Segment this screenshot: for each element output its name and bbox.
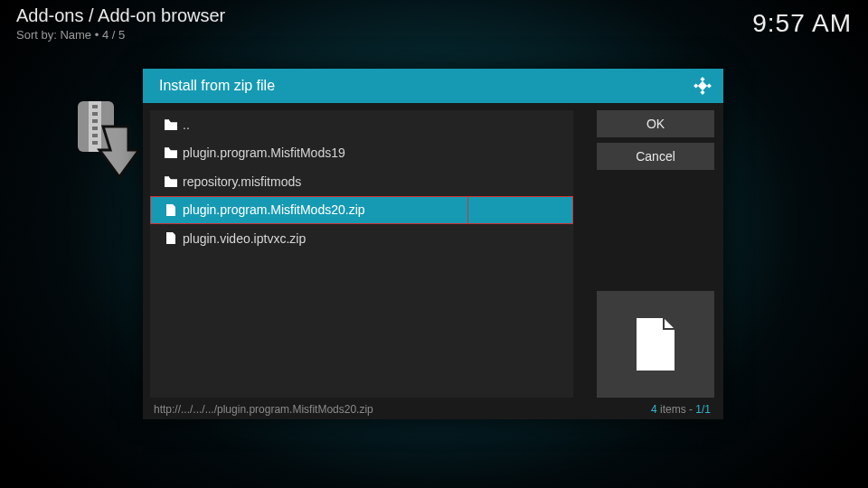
clock: 9:57 AM [752,9,852,42]
item-count-page: 1/1 [695,403,711,416]
dialog-title-text: Install from zip file [159,78,275,94]
item-count-number: 4 [651,403,657,416]
svg-rect-12 [698,81,707,90]
file-row-label: plugin.program.MisfitMods19 [183,145,345,160]
file-row-4[interactable]: plugin.video.iptvxc.zip [150,224,573,253]
folder-icon [159,146,183,159]
file-thumbnail [597,291,714,398]
sort-position: 4 / 5 [102,28,125,42]
file-row-label: plugin.program.MisfitMods20.zip [183,202,365,217]
svg-rect-10 [707,83,712,88]
dialog-titlebar: Install from zip file [143,69,723,103]
svg-rect-9 [693,83,698,88]
item-count: 4 items - 1/1 [651,403,711,416]
sort-sep: • [91,28,102,42]
svg-rect-14 [165,147,169,149]
install-zip-dialog: Install from zip file ..plugin.program.M… [143,69,723,419]
ok-button[interactable]: OK [597,110,714,137]
file-icon [159,203,183,217]
svg-rect-1 [89,101,101,152]
sort-line: Sort by: Name • 4 / 5 [16,28,225,42]
svg-rect-0 [78,101,114,152]
svg-rect-5 [92,127,98,130]
svg-rect-4 [92,119,98,123]
folder-icon [159,175,183,188]
file-row-3[interactable]: plugin.program.MisfitMods20.zip [150,196,573,225]
svg-rect-6 [92,134,98,137]
folder-icon [159,118,183,131]
svg-rect-3 [92,112,98,116]
kodi-logo-icon [693,76,712,96]
dialog-side-panel: OK Cancel [597,110,714,175]
zip-install-icon [76,99,148,190]
current-path: http://.../.../.../plugin.program.Misfit… [154,403,373,416]
svg-rect-15 [165,176,169,178]
file-row-label: repository.misfitmods [183,174,301,189]
file-row-label: .. [183,117,190,132]
file-row-parent[interactable]: .. [150,110,573,139]
file-row-1[interactable]: plugin.program.MisfitMods19 [150,139,573,168]
sort-prefix: Sort by: [16,28,60,42]
file-list[interactable]: ..plugin.program.MisfitMods19repository.… [150,110,573,398]
svg-rect-2 [92,105,98,108]
file-row-label: plugin.video.iptvxc.zip [183,231,306,246]
svg-rect-11 [700,90,704,95]
svg-rect-7 [92,141,98,145]
item-count-word: items - [657,403,696,416]
sort-field: Name [60,28,91,42]
cancel-button[interactable]: Cancel [597,143,714,170]
file-row-2[interactable]: repository.misfitmods [150,167,573,196]
svg-rect-13 [165,119,169,121]
breadcrumb: Add-ons / Add-on browser [16,5,225,26]
file-icon [159,231,183,245]
svg-rect-8 [700,77,704,81]
